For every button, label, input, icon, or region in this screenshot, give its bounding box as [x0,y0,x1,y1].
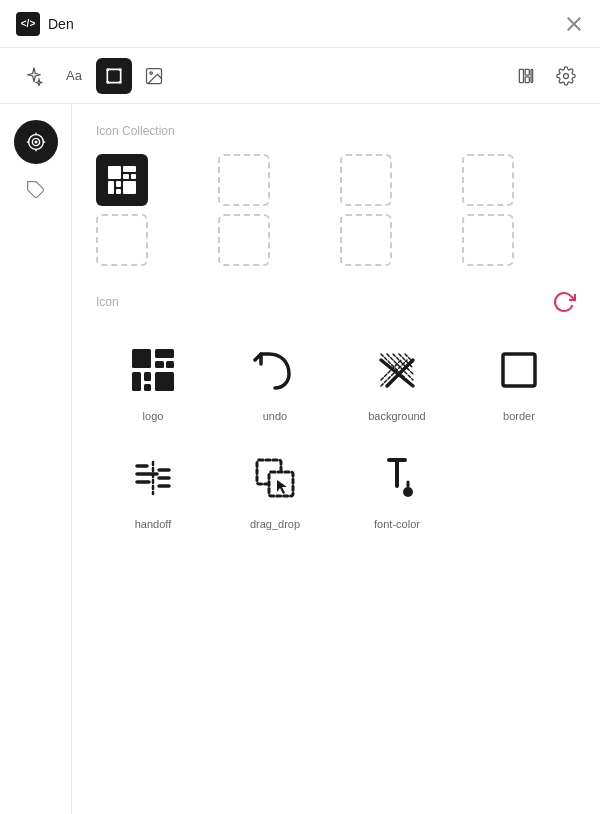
icon-section-label: Icon [96,295,119,309]
text-label: Aa [66,68,82,83]
svg-rect-37 [155,372,174,391]
svg-rect-23 [123,166,136,172]
icon-item-background[interactable]: background [340,330,454,430]
svg-rect-35 [144,372,151,381]
empty-slot [462,438,576,538]
svg-point-13 [564,73,569,78]
handoff-label: handoff [135,518,172,530]
toolbar-left: Aa [16,58,172,94]
preview-cell-empty-4 [96,214,148,266]
svg-rect-28 [116,189,121,194]
background-preview [365,338,429,402]
icon-item-border[interactable]: border [462,330,576,430]
svg-rect-6 [119,81,122,84]
close-button[interactable] [564,14,584,34]
image-button[interactable] [136,58,172,94]
svg-rect-2 [107,69,120,82]
svg-rect-26 [108,181,114,194]
selection-button[interactable] [96,58,132,94]
app-title: Den [48,16,74,32]
preview-cell-filled [96,154,148,206]
icon-item-font-color[interactable]: font-color [340,438,454,538]
drag-drop-preview [243,446,307,510]
svg-rect-27 [116,181,121,187]
icon-section-header: Icon [96,290,576,314]
svg-rect-9 [519,69,523,82]
svg-rect-47 [503,354,535,386]
svg-point-8 [150,71,153,74]
icon-item-handoff[interactable]: handoff [96,438,210,538]
svg-point-16 [35,141,37,143]
icon-grid-row2: handoff drag_drop [96,438,576,538]
sidebar [0,104,72,814]
svg-rect-10 [525,69,529,75]
svg-rect-3 [107,68,110,71]
svg-rect-5 [107,81,110,84]
refresh-button[interactable] [552,290,576,314]
border-preview [487,338,551,402]
svg-rect-24 [123,174,129,179]
svg-rect-33 [166,361,174,368]
svg-rect-30 [132,349,151,368]
border-label: border [503,410,535,422]
target-button[interactable] [14,120,58,164]
preview-cell-empty-2 [340,154,392,206]
content-area: Icon Collection [72,104,600,814]
drag-drop-label: drag_drop [250,518,300,530]
svg-point-51 [403,487,413,497]
tag-button[interactable] [18,172,54,208]
svg-rect-29 [123,181,136,194]
icon-grid-row1: logo undo [96,330,576,430]
icon-item-drag-drop[interactable]: drag_drop [218,438,332,538]
undo-label: undo [263,410,287,422]
svg-rect-11 [525,76,529,82]
toolbar-right [508,58,584,94]
app-icon: </> [16,12,40,36]
preview-cell-empty-6 [340,214,392,266]
toolbar: Aa [0,48,600,104]
svg-rect-12 [531,69,533,82]
handoff-preview [121,446,185,510]
preview-cell-empty-1 [218,154,270,206]
logo-preview [121,338,185,402]
main-area: Icon Collection [0,104,600,814]
background-label: background [368,410,426,422]
settings-button[interactable] [548,58,584,94]
preview-cell-empty-7 [462,214,514,266]
svg-rect-31 [155,349,174,358]
font-color-label: font-color [374,518,420,530]
sparkle-button[interactable] [16,58,52,94]
layout-button[interactable] [508,58,544,94]
svg-rect-34 [132,372,141,391]
preview-grid [96,154,576,266]
section-label: Icon Collection [96,124,576,138]
title-bar: </> Den [0,0,600,48]
svg-rect-32 [155,361,164,368]
undo-preview [243,338,307,402]
svg-rect-22 [108,166,121,179]
icon-item-undo[interactable]: undo [218,330,332,430]
svg-rect-36 [144,384,151,391]
logo-label: logo [143,410,164,422]
icon-item-logo[interactable]: logo [96,330,210,430]
title-left: </> Den [16,12,74,36]
svg-rect-25 [131,174,136,179]
preview-cell-empty-5 [218,214,270,266]
preview-cell-empty-3 [462,154,514,206]
font-color-preview [365,446,429,510]
svg-rect-4 [119,68,122,71]
text-button[interactable]: Aa [56,58,92,94]
